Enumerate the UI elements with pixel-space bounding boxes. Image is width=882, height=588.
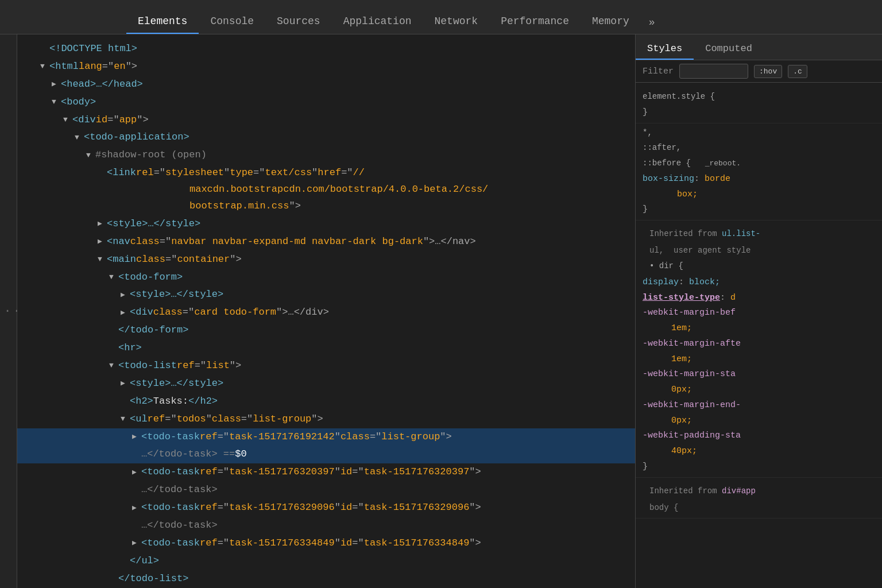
universal-after: ::after,	[643, 141, 875, 156]
styles-content[interactable]: element.style { } *, ::after, ::befo	[636, 83, 882, 588]
ul-triangle[interactable]	[121, 413, 129, 425]
hr-line: <hr>	[17, 339, 635, 357]
style2-triangle[interactable]	[121, 289, 129, 301]
todo-list-line: <todo-list ref="list">	[17, 357, 635, 375]
todo-list-triangle[interactable]	[109, 359, 117, 372]
shadow-root-text: #shadow-root (open)	[95, 147, 207, 164]
webkit-margin-end-prop: -webkit-margin-end-	[643, 398, 875, 413]
webkit-margin-afte-val: 1em;	[643, 352, 875, 368]
todo-form-open-line: <todo-form>	[17, 269, 635, 287]
universal-selector-1: *,	[643, 126, 875, 141]
link-open: <link	[107, 165, 136, 181]
task1-selected-line: …</todo-task> == $0	[17, 446, 635, 463]
tab-sources[interactable]: Sources	[265, 11, 332, 34]
div-app-open: <div	[72, 112, 96, 129]
head-triangle[interactable]	[52, 78, 60, 91]
div-card-line: <div class="card todo-form">…</div>	[17, 304, 635, 322]
webkit-margin-afte-prop: -webkit-margin-afte	[643, 336, 875, 352]
box-sizing-prop: box-sizing: borde	[643, 172, 875, 187]
webkit-padding-sta-prop: -webkit-padding-sta	[643, 428, 875, 444]
main-open: <main	[107, 252, 136, 268]
list-style-type-prop: list-style-type: d	[643, 291, 875, 306]
head-line: <head>…</head>	[17, 76, 635, 94]
inherited-div-label: Inherited from div#app	[643, 480, 875, 500]
todo-task-2-line: <todo-task ref="task-1517176320397" id="…	[17, 463, 635, 481]
element-style-rule: element.style { }	[636, 87, 882, 123]
task2-close-line: …</todo-task>	[17, 481, 635, 499]
style3-triangle[interactable]	[121, 377, 129, 390]
body-text: <body>	[61, 94, 96, 111]
div-app-line: <div id="app">	[17, 111, 635, 129]
nav-open: <nav	[107, 234, 130, 250]
style1-line: <style>…</style>	[17, 215, 635, 233]
hov-button[interactable]: :hov	[754, 65, 782, 78]
tab-elements[interactable]: Elements	[126, 11, 199, 34]
html-triangle[interactable]	[40, 60, 48, 73]
link-line: <link rel="stylesheet" type="text/css" h…	[17, 164, 635, 215]
style1-triangle[interactable]	[98, 218, 106, 230]
tab-performance[interactable]: Performance	[489, 11, 581, 34]
webkit-margin-bef-val: 1em;	[643, 321, 875, 336]
style3-line: <style>…</style>	[17, 375, 635, 393]
webkit-margin-sta-prop: -webkit-margin-sta	[643, 367, 875, 382]
menu-selector: • dir {	[643, 258, 875, 275]
universal-rule: *, ::after, ::before { _reboot. box-sizi…	[636, 123, 882, 221]
task4-triangle[interactable]	[132, 537, 140, 550]
ul-close: </ul>	[130, 553, 159, 570]
task4-open: <todo-task	[141, 535, 200, 552]
main-line: <main class="container">	[17, 251, 635, 269]
tab-bar: Elements Console Sources Application Net…	[0, 0, 882, 34]
styles-tabs: Styles Computed	[636, 34, 882, 60]
html-panel[interactable]: <!DOCTYPE html> <html lang="en"> <head>……	[17, 34, 635, 588]
hr-text: <hr>	[118, 340, 142, 357]
filter-input[interactable]	[679, 64, 748, 79]
tab-more[interactable]: »	[641, 12, 663, 34]
dot-button[interactable]: .c	[788, 65, 807, 78]
task1-triangle[interactable]	[132, 431, 140, 443]
style2-line: <style>…</style>	[17, 286, 635, 304]
todo-form-open: <todo-form>	[118, 269, 183, 286]
todo-app-text: <todo-application>	[84, 129, 189, 146]
tab-application[interactable]: Application	[332, 11, 423, 34]
nav-triangle[interactable]	[98, 235, 106, 248]
style2-text: <style>…</style>	[130, 287, 223, 303]
html-open: <html	[49, 59, 79, 75]
filter-label: Filter	[643, 67, 674, 76]
task1-open: <todo-task	[141, 429, 200, 446]
element-style-selector: element.style {	[643, 90, 875, 105]
styles-panel: Styles Computed Filter :hov .c element.s…	[635, 34, 882, 588]
task2-open: <todo-task	[141, 464, 200, 481]
webkit-margin-sta-val: 0px;	[643, 382, 875, 398]
task2-triangle[interactable]	[132, 466, 140, 479]
tab-computed[interactable]: Computed	[694, 40, 764, 60]
main-triangle[interactable]	[98, 253, 106, 266]
div-app-triangle[interactable]	[63, 114, 71, 126]
todo-task-1-line[interactable]: <todo-task ref="task-1517176192142" clas…	[17, 428, 635, 446]
ul-close-line: </ul>	[17, 552, 635, 570]
todo-app-line: <todo-application>	[17, 129, 635, 146]
tab-network[interactable]: Network	[423, 11, 490, 34]
todo-list-close: </todo-list>	[118, 571, 188, 587]
box-val: box;	[643, 187, 875, 203]
ul-open: <ul	[130, 411, 148, 428]
doctype-text: <!DOCTYPE html>	[49, 41, 137, 57]
tab-memory[interactable]: Memory	[581, 11, 641, 34]
body-triangle[interactable]	[52, 96, 60, 109]
todo-app-triangle[interactable]	[75, 131, 83, 144]
inherited-from-label: Inherited from ul.list-	[643, 223, 875, 243]
html-tag-line: <html lang="en">	[17, 58, 635, 76]
div-card-triangle[interactable]	[121, 307, 129, 319]
webkit-margin-bef-prop: -webkit-margin-bef	[643, 305, 875, 321]
tab-console[interactable]: Console	[199, 11, 265, 34]
h2-line: <h2>Tasks:</h2>	[17, 393, 635, 411]
style3-text: <style>…</style>	[130, 376, 223, 392]
shadow-triangle[interactable]	[86, 149, 94, 162]
task3-triangle[interactable]	[132, 502, 140, 514]
todo-form-triangle[interactable]	[109, 271, 117, 284]
ua-style-label: ul, user agent style	[643, 243, 875, 258]
div-card-open: <div	[130, 304, 153, 321]
tab-styles[interactable]: Styles	[636, 40, 694, 60]
task1-ellipsis: …</todo-task> ==	[141, 446, 235, 463]
display-prop: display: block;	[643, 275, 875, 291]
inherited-ul-header: Inherited from ul.list- ul, user agent s…	[636, 220, 882, 478]
